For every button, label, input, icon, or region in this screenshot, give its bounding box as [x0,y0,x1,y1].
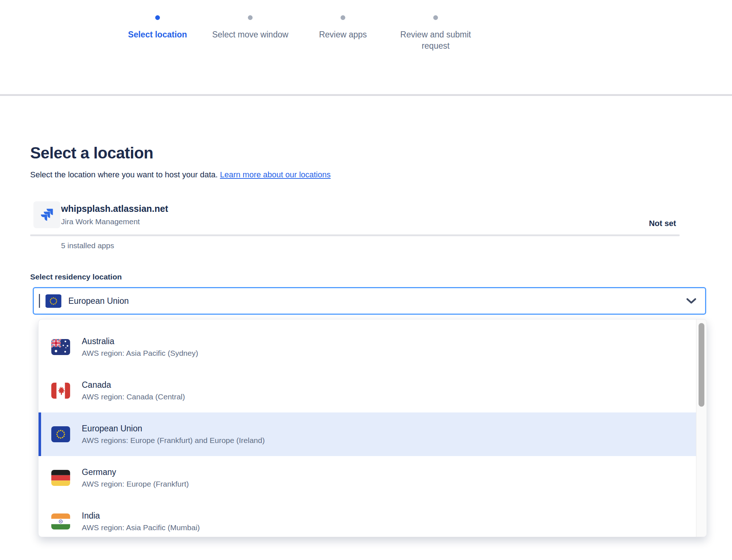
step-dot-icon [341,15,345,20]
step-dot-icon [433,15,438,20]
step-label: Select move window [212,29,289,40]
page-subtitle: Select the location where you want to ho… [30,170,331,180]
australia-flag-icon [51,339,70,355]
option-india[interactable]: India AWS region: Asia Pacific (Mumbai) [39,500,696,537]
step-select-move-window[interactable]: Select move window [204,15,297,52]
step-dot-active-icon [155,15,160,20]
residency-status-value: Not set [649,219,676,228]
step-label: Review apps [319,29,367,40]
india-flag-icon [51,513,70,529]
step-review-apps[interactable]: Review apps [297,15,389,52]
option-canada[interactable]: Canada AWS region: Canada (Central) [39,369,696,412]
site-name: whipsplash.atlassian.net [61,204,168,214]
page-title: Select a location [30,144,153,162]
option-title: India [82,511,200,521]
jira-logo-icon [39,207,55,223]
site-product: Jira Work Management [61,217,140,226]
site-row-divider [30,234,680,236]
step-label: Review and submit request [397,29,475,52]
european-union-flag-icon [51,426,70,442]
option-region: AWS region: Canada (Central) [82,392,185,401]
option-australia[interactable]: Australia AWS region: Asia Pacific (Sydn… [39,325,696,369]
option-title: European Union [82,424,265,434]
option-title: Australia [82,337,198,346]
text-cursor [39,294,40,308]
dropdown-scrollbar-thumb[interactable] [699,323,704,407]
options-list: Australia AWS region: Asia Pacific (Sydn… [39,319,696,537]
option-european-union[interactable]: European Union AWS regions: Europe (Fran… [39,412,696,456]
data-residency-page: Select location Select move window Revie… [0,0,732,560]
subtitle-text: Select the location where you want to ho… [30,170,220,179]
option-title: Canada [82,380,185,390]
option-region: AWS region: Asia Pacific (Sydney) [82,349,198,358]
progress-stepper: Select location Select move window Revie… [111,15,482,52]
residency-location-combobox[interactable]: European Union [33,287,706,315]
option-region: AWS region: Asia Pacific (Mumbai) [82,523,200,532]
residency-select-label: Select residency location [30,273,122,281]
step-label: Select location [128,29,187,40]
germany-flag-icon [51,470,70,486]
header-divider [0,94,732,96]
residency-options-dropdown: Australia AWS region: Asia Pacific (Sydn… [38,319,707,537]
step-dot-icon [248,15,253,20]
option-region: AWS region: Europe (Frankfurt) [82,480,189,488]
installed-apps-count: 5 installed apps [61,241,114,250]
option-title: Germany [82,467,189,477]
canada-flag-icon [51,383,70,399]
learn-more-link[interactable]: Learn more about our locations [220,170,331,179]
dropdown-scrollbar-track[interactable] [696,319,707,537]
step-review-submit[interactable]: Review and submit request [389,15,482,52]
option-region: AWS regions: Europe (Frankfurt) and Euro… [82,436,265,445]
jira-product-tile [33,201,60,228]
residency-selected-value: European Union [68,296,129,306]
option-germany[interactable]: Germany AWS region: Europe (Frankfurt) [39,456,696,500]
chevron-down-icon [686,288,696,314]
step-select-location[interactable]: Select location [111,15,204,52]
european-union-flag-icon [45,294,62,308]
